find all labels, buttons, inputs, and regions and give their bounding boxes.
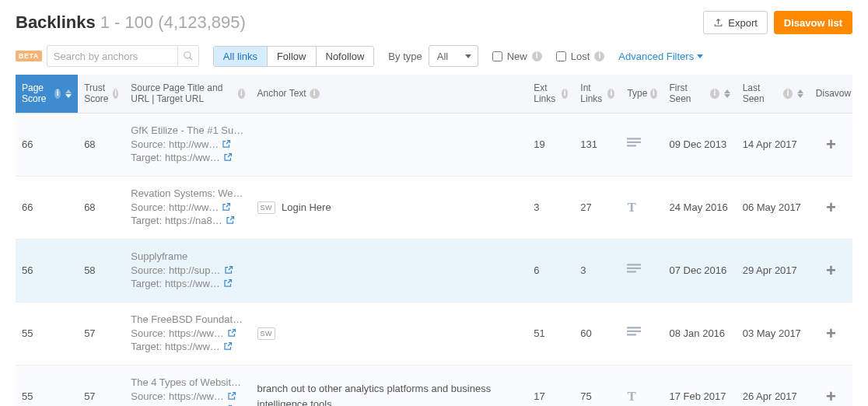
sw-badge: SW	[257, 327, 276, 340]
cell-source: Revation Systems: We…Source: http://ww… …	[124, 176, 250, 239]
cell-last-seen: 14 Apr 2017	[737, 113, 810, 176]
col-anchor[interactable]: Anchor Text i	[251, 75, 528, 113]
add-disavow-button[interactable]: +	[816, 136, 846, 153]
type-text-icon	[627, 264, 641, 275]
col-source[interactable]: Source Page Title and URL | Target URL i	[124, 75, 250, 113]
info-icon[interactable]: i	[710, 89, 719, 99]
tab-follow[interactable]: Follow	[267, 47, 316, 66]
external-link-icon[interactable]	[227, 328, 236, 338]
backlinks-table: Page Score i Trust Score i Source Page T…	[16, 75, 852, 406]
col-page-score[interactable]: Page Score i	[16, 75, 78, 113]
by-type-filter: By type All	[388, 45, 478, 67]
target-url[interactable]: https://ww…	[165, 278, 220, 289]
page-title: Backlinks	[16, 12, 96, 33]
source-url[interactable]: http://ww…	[169, 201, 219, 213]
external-link-icon[interactable]	[226, 215, 235, 225]
source-title: The FreeBSD Foundat…	[131, 313, 244, 325]
cell-disavow: +	[810, 113, 852, 176]
cell-int-links: 60	[574, 302, 621, 365]
search-input[interactable]	[47, 45, 177, 67]
cell-first-seen: 09 Dec 2013	[663, 113, 737, 176]
info-icon[interactable]: i	[607, 89, 614, 99]
advanced-filters-button[interactable]: Advanced Filters	[618, 51, 703, 62]
source-title: The 4 Types of Websit…	[131, 376, 244, 388]
by-type-select[interactable]: All	[429, 45, 478, 67]
cell-type: T	[621, 176, 663, 239]
page-header: Backlinks 1 - 100 (4,123,895) Export Dis…	[16, 11, 852, 34]
source-title: Revation Systems: We…	[131, 187, 244, 199]
cell-page-score: 66	[16, 113, 78, 176]
external-link-icon[interactable]	[223, 341, 233, 351]
tab-all-links[interactable]: All links	[214, 47, 267, 66]
info-icon[interactable]: i	[650, 89, 656, 99]
cell-source: GfK Etilize - The #1 Su…Source: http://w…	[124, 113, 250, 176]
disavow-list-button[interactable]: Disavow list	[774, 11, 852, 34]
info-icon[interactable]: i	[532, 51, 542, 61]
col-first-seen[interactable]: First Seen i	[663, 75, 737, 113]
svg-rect-3	[627, 145, 636, 147]
info-icon[interactable]: i	[562, 89, 568, 99]
external-link-icon[interactable]	[223, 152, 233, 162]
cell-int-links: 27	[574, 176, 621, 239]
cell-first-seen: 17 Feb 2017	[663, 365, 737, 406]
source-url[interactable]: https://ww…	[169, 327, 224, 339]
new-checkbox-wrap[interactable]: New i	[492, 51, 542, 62]
col-ext-links[interactable]: Ext Links i	[527, 75, 574, 113]
external-link-icon[interactable]	[224, 265, 233, 275]
search-button[interactable]	[177, 45, 199, 67]
beta-badge: BETA	[16, 51, 42, 61]
add-disavow-button[interactable]: +	[816, 262, 846, 279]
col-int-label: Int Links	[580, 82, 604, 105]
col-type[interactable]: Type i	[621, 75, 663, 113]
svg-point-0	[184, 52, 191, 58]
col-page-score-label: Page Score	[22, 82, 51, 105]
table-row: 5557The FreeBSD Foundat…Source: https://…	[16, 302, 852, 365]
source-url[interactable]: http://ww…	[169, 138, 219, 150]
col-trust-score-label: Trust Score	[84, 82, 110, 105]
cell-type	[621, 239, 663, 302]
col-last-seen[interactable]: Last Seen i	[737, 75, 810, 113]
target-line: Target: https://na8…	[131, 215, 244, 226]
info-icon[interactable]: i	[238, 89, 244, 99]
info-icon[interactable]: i	[310, 89, 320, 99]
info-icon[interactable]: i	[594, 51, 604, 61]
by-type-value: All	[437, 51, 448, 62]
add-disavow-button[interactable]: +	[816, 325, 846, 342]
new-checkbox[interactable]	[492, 51, 502, 61]
col-disavow-label: Disavow	[816, 88, 851, 99]
lost-checkbox-wrap[interactable]: Lost i	[556, 51, 605, 62]
info-icon[interactable]: i	[113, 89, 118, 99]
table-row: 5658SupplyframeSource: http://sup… Targe…	[16, 239, 852, 302]
export-icon	[713, 18, 723, 28]
cell-first-seen: 24 May 2016	[663, 176, 737, 239]
external-link-icon[interactable]	[222, 202, 231, 212]
cell-first-seen: 07 Dec 2016	[663, 239, 737, 302]
cell-anchor: SW	[251, 302, 528, 365]
sort-arrows-icon	[65, 89, 72, 98]
info-icon[interactable]: i	[783, 89, 793, 99]
svg-rect-5	[627, 268, 641, 269]
target-url[interactable]: https://ww…	[165, 152, 220, 163]
cell-last-seen: 06 May 2017	[737, 176, 810, 239]
tab-nofollow[interactable]: Nofollow	[316, 47, 374, 66]
add-disavow-button[interactable]: +	[816, 388, 846, 405]
source-url[interactable]: https://ww…	[169, 390, 224, 402]
export-button[interactable]: Export	[703, 11, 768, 34]
cell-type: T	[621, 365, 663, 406]
target-url[interactable]: https://na8…	[165, 215, 222, 226]
source-url[interactable]: http://sup…	[169, 264, 220, 276]
add-disavow-button[interactable]: +	[816, 199, 846, 216]
external-link-icon[interactable]	[227, 391, 236, 401]
col-int-links[interactable]: Int Links i	[574, 75, 621, 113]
external-link-icon[interactable]	[223, 278, 233, 288]
info-icon[interactable]: i	[54, 89, 61, 99]
col-trust-score[interactable]: Trust Score i	[78, 75, 124, 113]
external-link-icon[interactable]	[222, 139, 231, 149]
target-line: Target: https://ww…	[131, 152, 244, 163]
type-text-icon	[627, 138, 641, 149]
cell-last-seen: 26 Apr 2017	[737, 365, 810, 406]
source-line: Source: https://ww…	[131, 327, 244, 339]
source-line: Source: http://ww…	[131, 201, 244, 213]
target-url[interactable]: https://ww…	[165, 341, 220, 352]
lost-checkbox[interactable]	[556, 51, 566, 61]
